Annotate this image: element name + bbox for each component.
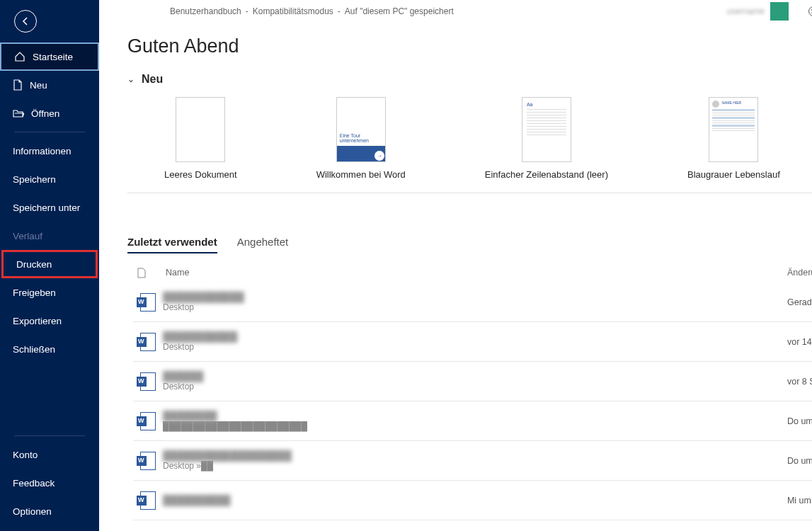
sidebar-item-speichern[interactable]: Speichern	[0, 165, 99, 193]
sidebar-item-oeffnen[interactable]: Öffnen	[0, 99, 99, 127]
sidebar-label: Verlauf	[13, 231, 42, 241]
sidebar-item-verlauf: Verlauf	[0, 222, 99, 250]
home-icon	[14, 51, 25, 62]
col-date[interactable]: Änderungsdatum	[787, 268, 812, 278]
sidebar-item-freigeben[interactable]: Freigeben	[0, 278, 99, 307]
col-icon	[137, 268, 166, 278]
sidebar-item-feedback[interactable]: Feedback	[0, 469, 99, 497]
feedback-smile-button[interactable]	[797, 0, 812, 23]
tab-pinned[interactable]: Angeheftet	[237, 236, 289, 253]
sidebar-label: Öffnen	[31, 108, 59, 119]
sidebar-label: Neu	[30, 80, 47, 91]
file-row[interactable]: ███████████Desktopvor 14 m.	[133, 322, 812, 362]
file-icon-cell	[133, 491, 163, 510]
content-area: Guten Abend ⌄ Neu Leeres Dokument Eine T…	[99, 23, 812, 531]
sidebar-item-informationen[interactable]: Informationen	[0, 137, 99, 165]
file-row[interactable]: ██████Desktopvor 8 Std.	[133, 362, 812, 401]
sidebar-item-schliessen[interactable]: Schließen	[0, 335, 99, 363]
divider	[14, 132, 85, 132]
word-doc-icon	[140, 491, 156, 510]
separator: -	[338, 6, 341, 16]
saved-location: Auf "diesem PC" gespeichert	[345, 6, 454, 16]
greeting-heading: Guten Abend	[127, 35, 812, 57]
svg-point-0	[808, 7, 812, 16]
user-avatar[interactable]	[770, 2, 789, 21]
file-list: ████████████DesktopGerade eben██████████…	[127, 282, 812, 520]
file-row[interactable]: ████████████████████████████████Do um 14…	[133, 401, 812, 441]
word-doc-icon	[140, 372, 156, 391]
template-label: Leeres Dokument	[164, 169, 237, 180]
template-blank[interactable]: Leeres Dokument	[164, 97, 237, 180]
folder-open-icon	[13, 108, 24, 118]
file-row[interactable]: ████████████DesktopGerade eben	[133, 282, 812, 322]
file-name: ██████	[163, 371, 787, 382]
template-thumb: NAME HIER	[709, 97, 758, 162]
back-button[interactable]	[14, 10, 37, 33]
file-date: Gerade eben	[787, 297, 812, 307]
file-date: Do um 11:41	[787, 456, 812, 466]
file-row[interactable]: ██████████Mi um 18:23	[133, 481, 812, 520]
word-doc-icon	[140, 452, 156, 470]
section-new-header[interactable]: ⌄ Neu	[127, 73, 812, 86]
sidebar-item-startseite[interactable]: Startseite	[0, 42, 99, 71]
tab-recent[interactable]: Zuletzt verwendet	[127, 236, 217, 253]
thumb-text: Aa	[527, 102, 566, 107]
sidebar-label: Optionen	[13, 506, 52, 517]
divider	[14, 435, 85, 436]
file-path: Desktop »██	[163, 461, 787, 471]
section-label: Neu	[142, 73, 163, 86]
more-templates-row: Weitere Vorlagen →	[127, 193, 812, 217]
arrow-left-icon	[21, 16, 30, 26]
main-area: Benutzerhandbuch - Kompatibilitätsmodus …	[99, 0, 812, 531]
title-text: Benutzerhandbuch - Kompatibilitätsmodus …	[99, 6, 727, 16]
arrow-right-icon: →	[374, 150, 385, 161]
sidebar-label: Freigeben	[13, 287, 56, 298]
sidebar-item-konto[interactable]: Konto	[0, 440, 99, 469]
separator: -	[246, 6, 248, 16]
template-label: Blaugrauer Lebenslauf	[687, 169, 780, 180]
file-date: Mi um 18:23	[787, 496, 812, 506]
chevron-down-icon: ⌄	[127, 74, 135, 84]
file-date: vor 8 Std.	[787, 377, 812, 387]
templates-row: Leeres Dokument Eine Tour unternehmen → …	[127, 97, 812, 180]
sidebar-label: Speichern unter	[13, 202, 80, 213]
thumb-text: Eine Tour unternehmen	[337, 130, 385, 146]
sidebar-label: Startseite	[33, 52, 73, 62]
file-info: ████████████Desktop	[163, 292, 787, 312]
file-info: ████████████████████████████████	[163, 411, 787, 431]
template-simple-spacing[interactable]: Aa Einfacher Zeilenabstand (leer)	[485, 97, 608, 180]
file-info: ██████Desktop	[163, 371, 787, 392]
smile-icon	[808, 6, 812, 17]
file-name: ████████████	[163, 292, 787, 302]
file-info: ██████████	[163, 495, 787, 506]
sidebar-label: Konto	[13, 450, 38, 460]
backstage-sidebar: Startseite Neu Öffnen Informationen Spei…	[0, 0, 99, 531]
file-icon-cell	[133, 372, 163, 391]
sidebar-item-exportieren[interactable]: Exportieren	[0, 307, 99, 335]
template-label: Willkommen bei Word	[316, 169, 406, 180]
file-path: Desktop	[163, 342, 787, 352]
document-icon	[13, 79, 23, 91]
file-info: ███████████Desktop	[163, 331, 787, 352]
file-path: Desktop	[163, 302, 787, 312]
sidebar-label: Schließen	[13, 344, 55, 355]
file-date: vor 14 m.	[787, 337, 812, 347]
sidebar-item-optionen[interactable]: Optionen	[0, 497, 99, 525]
file-name: ████████	[163, 411, 787, 421]
sidebar-item-speichern-unter[interactable]: Speichern unter	[0, 193, 99, 222]
file-path: ████████████████████████	[163, 421, 787, 431]
sidebar-item-drucken[interactable]: Drucken	[1, 250, 98, 278]
file-row[interactable]: ███████████████████Desktop »██Do um 11:4…	[133, 441, 812, 481]
sidebar-item-neu[interactable]: Neu	[0, 71, 99, 99]
sidebar-label: Speichern	[13, 174, 56, 185]
file-date: Do um 14:55	[787, 416, 812, 426]
col-name[interactable]: Name	[166, 268, 787, 278]
file-name: ██████████	[163, 495, 787, 506]
user-name[interactable]: username	[727, 6, 765, 16]
template-resume[interactable]: NAME HIER Blaugrauer Lebenslauf	[687, 97, 780, 180]
template-welcome[interactable]: Eine Tour unternehmen → Willkommen bei W…	[316, 97, 406, 180]
template-label: Einfacher Zeilenabstand (leer)	[485, 169, 608, 180]
template-thumb: Aa	[522, 97, 571, 162]
template-thumb	[176, 97, 225, 162]
file-name: ███████████████████	[163, 450, 787, 461]
